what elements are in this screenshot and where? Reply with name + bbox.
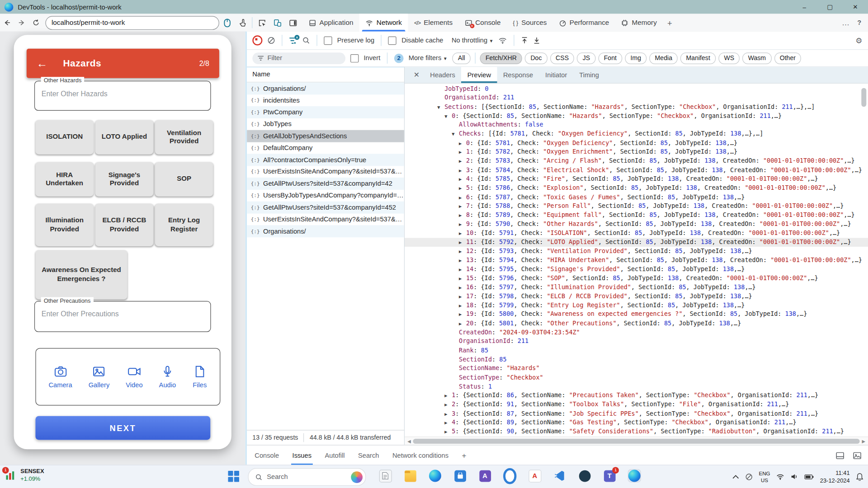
expanded-arrow-icon[interactable]: ▼	[452, 130, 459, 139]
json-line[interactable]: ▶16: {Id: 5797, Check: "Illumination Pro…	[405, 283, 868, 292]
reload-button[interactable]	[29, 19, 43, 27]
collapsed-arrow-icon[interactable]: ▶	[459, 211, 466, 220]
collapsed-arrow-icon[interactable]: ▶	[459, 256, 466, 265]
request-row[interactable]: {:}UserExistsInSiteAndCompany?&siteId=53…	[247, 166, 404, 178]
detail-tab-response[interactable]: Response	[497, 67, 539, 83]
detail-tab-preview[interactable]: Preview	[461, 67, 497, 83]
vscode-icon[interactable]	[553, 469, 566, 482]
disable-cache-checkbox[interactable]	[388, 36, 396, 44]
json-line[interactable]: ▶1: {SectionId: 86, SectionName: "Precau…	[405, 391, 868, 400]
media-option-files[interactable]: Files	[192, 365, 207, 389]
resource-chip-doc[interactable]: Doc	[525, 52, 547, 64]
json-line[interactable]: Status: 1	[405, 382, 868, 391]
json-preview-tree[interactable]: JobTypeId: 0OrganisationId: 211▼Sections…	[405, 84, 868, 436]
json-line[interactable]: ▶14: {Id: 5795, Check: "Signage's Provid…	[405, 265, 868, 274]
resource-chip-ws[interactable]: WS	[718, 52, 740, 64]
json-line[interactable]: ▶6: {Id: 5787, Check: "Toxic Gases / Fum…	[405, 193, 868, 202]
json-line[interactable]: SectionId: 85	[405, 355, 868, 364]
request-row[interactable]: {:}All?contractorCompaniesOnly=true	[247, 154, 404, 165]
next-button[interactable]: NEXT	[35, 416, 210, 440]
json-line[interactable]: ▶3: {Id: 5784, Check: "Electrical Shock"…	[405, 166, 868, 175]
resource-chip-fetch-xhr[interactable]: Fetch/XHR	[480, 52, 522, 64]
drawer-tab-issues[interactable]: Issues	[292, 446, 311, 465]
json-line[interactable]: ▶2: {Id: 5783, Check: "Arcing / Flash", …	[405, 157, 868, 166]
other-precautions-field[interactable]: Other Precautions Enter Other Precaution…	[34, 301, 211, 332]
preserve-log-checkbox[interactable]	[324, 36, 332, 44]
expanded-arrow-icon[interactable]: ▼	[437, 103, 444, 112]
hazard-button-signage-s-provided[interactable]: Signage's Provided	[95, 162, 154, 197]
devtools-tab-performance[interactable]: Performance	[553, 14, 615, 32]
collapsed-arrow-icon[interactable]: ▶	[444, 409, 452, 418]
resource-chip-all[interactable]: All	[453, 52, 471, 64]
hidden-icons-chevron[interactable]	[732, 474, 739, 479]
json-line[interactable]: ▶5: {SectionId: 90, SectionName: "Safety…	[405, 427, 868, 436]
collapsed-arrow-icon[interactable]: ▶	[444, 391, 452, 400]
forward-button[interactable]	[14, 19, 29, 27]
dark-circle-app-icon[interactable]	[578, 469, 591, 482]
collapsed-arrow-icon[interactable]: ▶	[459, 157, 466, 166]
request-row[interactable]: {:}JobTypes	[247, 118, 404, 130]
devtools-tab-application[interactable]: Application	[303, 14, 359, 32]
battery-icon[interactable]	[805, 474, 814, 479]
detail-tab-initiator[interactable]: Initiator	[539, 67, 573, 83]
json-line[interactable]: ▶4: {SectionId: 89, SectionName: "Gas Te…	[405, 418, 868, 427]
resource-chip-img[interactable]: Img	[625, 52, 646, 64]
scroll-left-arrow[interactable]: ◀	[406, 438, 412, 443]
start-button[interactable]	[228, 471, 240, 483]
resource-chip-other[interactable]: Other	[774, 52, 801, 64]
collapsed-arrow-icon[interactable]: ▶	[459, 202, 466, 211]
json-line[interactable]: Rank: 85	[405, 346, 868, 355]
request-row[interactable]: {:}PtwCompany	[247, 106, 404, 118]
network-conditions-icon[interactable]	[499, 37, 508, 44]
json-line[interactable]: ▶11: {Id: 5792, Check: "LOTO Applied", S…	[405, 238, 868, 247]
devtools-tab-memory[interactable]: Memory	[615, 14, 663, 32]
hazard-button-ventilation-provided[interactable]: Ventilation Provided	[155, 120, 213, 155]
json-line[interactable]: ▶13: {Id: 5794, Check: "HIRA Undertaken"…	[405, 256, 868, 265]
collapsed-arrow-icon[interactable]: ▶	[459, 274, 466, 283]
touch-mode-icon[interactable]	[235, 18, 250, 27]
hazard-button-elcb-rccb-provided[interactable]: ELCB / RCCB Provided	[95, 204, 154, 246]
collapsed-arrow-icon[interactable]: ▶	[459, 310, 466, 319]
hazard-button-loto-applied[interactable]: LOTO Applied	[95, 120, 154, 155]
resource-chip-font[interactable]: Font	[598, 52, 622, 64]
volume-icon[interactable]	[791, 473, 798, 480]
request-row[interactable]: {:}GetAllPtwUsers?siteId=537&companyId=4…	[247, 178, 404, 189]
json-line[interactable]: ▶3: {SectionId: 87, SectionName: "Job Sp…	[405, 409, 868, 418]
request-row[interactable]: {:}UsersByJobTypesAndCompany?companyId=…	[247, 189, 404, 201]
more-tabs-button[interactable]: +	[663, 18, 676, 28]
minimize-button[interactable]: –	[792, 0, 817, 14]
collapsed-arrow-icon[interactable]: ▶	[459, 247, 466, 256]
resource-chip-manifest[interactable]: Manifest	[680, 52, 716, 64]
close-detail-icon[interactable]: ✕	[409, 71, 424, 79]
collapsed-arrow-icon[interactable]: ▶	[459, 175, 466, 184]
collapsed-arrow-icon[interactable]: ▶	[459, 319, 466, 328]
collapsed-arrow-icon[interactable]: ▶	[459, 220, 466, 229]
request-row[interactable]: {:}DefaultCompany	[247, 142, 404, 154]
request-row[interactable]: {:}incidentsites	[247, 94, 404, 106]
more-filters-button[interactable]: More filters▼	[409, 54, 448, 62]
drawer-tab-network-conditions[interactable]: Network conditions	[392, 446, 448, 465]
inspect-element-icon[interactable]	[254, 19, 269, 27]
json-line[interactable]: CreatedOn: "2024-09-03T04:23:54Z"	[405, 328, 868, 337]
media-option-audio[interactable]: Audio	[159, 365, 176, 389]
browser-circle-icon[interactable]	[503, 469, 516, 482]
collapsed-arrow-icon[interactable]: ▶	[459, 193, 466, 202]
dock-side-icon[interactable]	[285, 19, 301, 27]
back-arrow-icon[interactable]: ←	[37, 58, 47, 69]
collapsed-arrow-icon[interactable]: ▶	[459, 238, 466, 247]
drawer-tab-autofill[interactable]: Autofill	[325, 446, 344, 465]
json-line[interactable]: ▶20: {Id: 5801, Check: "Other Precaution…	[405, 319, 868, 328]
collapsed-arrow-icon[interactable]: ▶	[459, 292, 466, 301]
filter-toggle-icon[interactable]: ✕	[289, 37, 297, 44]
json-line[interactable]: SectionType: "Checkbox"	[405, 373, 868, 382]
request-row[interactable]: {:}UserExistsInSiteAndCompany?&siteId=53…	[247, 213, 404, 225]
collapsed-arrow-icon[interactable]: ▶	[444, 400, 452, 409]
json-line[interactable]: ▼Checks: [{Id: 5781, Check: "Oxygen Defi…	[405, 130, 868, 139]
hazard-button-sop[interactable]: SOP	[155, 162, 213, 197]
other-hazards-field[interactable]: Other Hazards Enter Other Hazards	[34, 81, 211, 111]
close-button[interactable]: ✕	[843, 0, 868, 14]
clock[interactable]: 11:4123-12-2024	[820, 469, 850, 484]
json-line[interactable]: ▶2: {SectionId: 91, SectionName: "Toolbo…	[405, 400, 868, 409]
collapsed-arrow-icon[interactable]: ▶	[459, 166, 466, 175]
filter-input[interactable]: Filter	[252, 52, 345, 64]
